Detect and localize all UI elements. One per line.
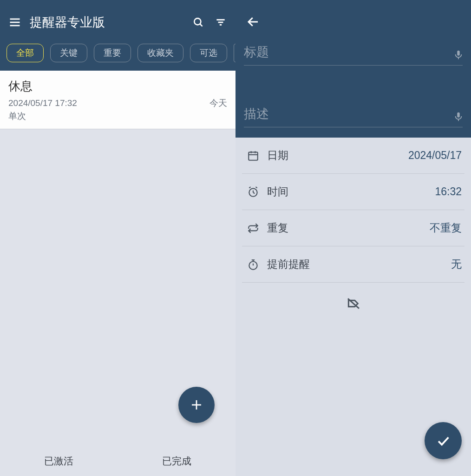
mic-description-button[interactable] [453,110,464,123]
reminder-title: 休息 [8,78,227,94]
value-advance: 无 [451,257,464,271]
stopwatch-icon [247,258,259,271]
mic-title-button[interactable] [453,48,464,61]
title-input[interactable]: 标题 [244,44,463,66]
check-icon [435,433,451,449]
row-advance[interactable]: 提前提醒 无 [242,246,464,283]
right-appbar-area: 标题 描述 [236,0,471,138]
reminder-relative: 今天 [209,97,227,109]
svg-point-3 [194,18,201,25]
description-input[interactable]: 描述 [244,106,463,127]
back-button[interactable] [242,11,264,33]
value-repeat: 不重复 [430,221,464,235]
tag-button[interactable] [242,283,464,324]
plus-icon [190,398,203,412]
reminder-list-screen: 提醒器专业版 全部 关键 重要 收藏夹 可选 休息 2024/05/17 17:… [0,0,236,476]
search-icon [192,16,204,28]
add-button[interactable] [178,387,215,423]
svg-rect-13 [249,152,258,160]
row-repeat[interactable]: 重复 不重复 [242,210,464,246]
chip-all[interactable]: 全部 [7,44,44,62]
reminder-edit-screen: 标题 描述 日期 2024/05/17 时间 16:32 [236,0,471,476]
arrow-left-icon [246,15,260,29]
reminder-item[interactable]: 休息 2024/05/17 17:32 今天 单次 [0,71,236,129]
title-placeholder: 标题 [244,44,463,65]
back-row [236,0,471,44]
label-off-icon [346,296,361,311]
chip-important[interactable]: 重要 [94,44,131,62]
search-button[interactable] [187,11,209,33]
label-advance: 提前提醒 [267,257,451,271]
value-time: 16:32 [435,185,464,198]
filter-button[interactable] [209,11,232,33]
app-title: 提醒器专业版 [30,14,187,31]
description-placeholder: 描述 [244,106,463,127]
tab-active[interactable]: 已激活 [0,446,118,476]
settings-list: 日期 2024/05/17 时间 16:32 重复 不重复 提前提醒 无 [236,138,471,324]
chip-key[interactable]: 关键 [50,44,87,62]
chip-optional[interactable]: 可选 [190,44,227,62]
svg-line-20 [249,187,250,188]
reminder-meta-row: 2024/05/17 17:32 今天 [8,97,227,109]
value-date: 2024/05/17 [408,149,464,162]
svg-line-21 [255,187,257,188]
reminder-repeat: 单次 [8,110,227,122]
repeat-icon [247,222,259,234]
hamburger-icon [8,16,21,29]
confirm-button[interactable] [425,422,462,459]
calendar-icon [247,150,259,162]
label-repeat: 重复 [267,221,430,235]
svg-line-4 [200,24,202,26]
label-time: 时间 [267,185,435,199]
svg-line-19 [253,192,255,193]
tab-done[interactable]: 已完成 [118,446,236,476]
filter-chips: 全部 关键 重要 收藏夹 可选 [0,41,236,71]
left-appbar-area: 提醒器专业版 全部 关键 重要 收藏夹 可选 [0,0,236,71]
label-date: 日期 [267,148,408,163]
alarm-icon [247,186,259,198]
microphone-icon [453,110,464,123]
filter-icon [215,16,227,28]
chip-favorites[interactable]: 收藏夹 [137,44,183,62]
appbar: 提醒器专业版 [0,4,236,41]
row-date[interactable]: 日期 2024/05/17 [242,138,464,174]
row-time[interactable]: 时间 16:32 [242,174,464,210]
microphone-icon [453,48,464,61]
menu-button[interactable] [4,11,26,33]
reminder-datetime: 2024/05/17 17:32 [8,98,77,108]
bottom-tabs: 已激活 已完成 [0,446,236,476]
